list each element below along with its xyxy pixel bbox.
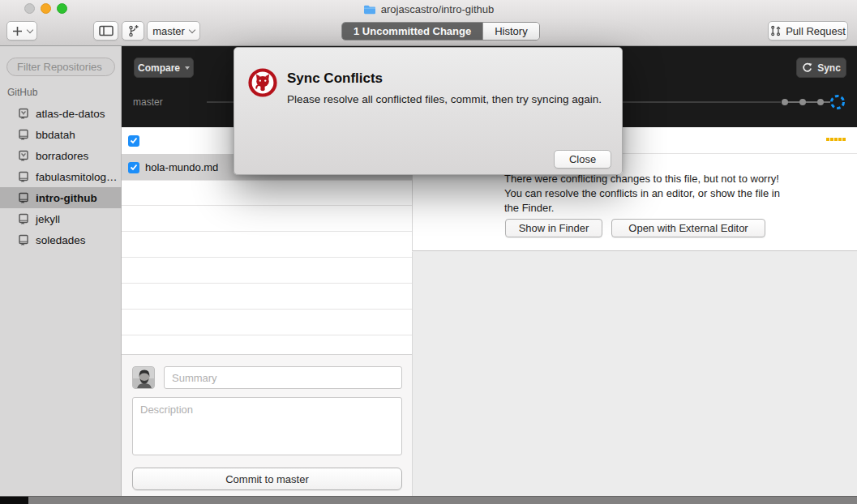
sidebar-item-fabulasmitolog[interactable]: fabulasmitolog… xyxy=(0,166,122,187)
detail-panel-empty-area xyxy=(412,252,857,496)
bottom-window-edge xyxy=(0,496,857,504)
create-branch-button[interactable] xyxy=(122,21,144,41)
diff-block xyxy=(826,138,829,141)
dialog-close-button[interactable]: Close xyxy=(554,150,611,169)
empty-list-row xyxy=(122,284,412,310)
pull-request-label: Pull Request xyxy=(786,25,846,37)
empty-list-row xyxy=(122,180,412,206)
sidebar-item-intro-github[interactable]: intro-github xyxy=(0,187,122,208)
repo-icon xyxy=(18,234,29,246)
github-desktop-window: arojascastro/intro-github mas xyxy=(0,0,857,504)
repo-name: jekyll xyxy=(36,213,60,225)
repo-icon xyxy=(18,192,29,204)
repo-name: soledades xyxy=(36,234,86,246)
empty-list-row xyxy=(122,310,412,335)
open-external-editor-button[interactable]: Open with External Editor xyxy=(611,219,765,237)
commit-dot[interactable] xyxy=(799,99,806,105)
sidebar-item-jekyll[interactable]: jekyll xyxy=(0,208,122,229)
commit-dot[interactable] xyxy=(782,99,788,105)
repo-name: borradores xyxy=(36,150,88,162)
window-title: arojascastro/intro-github xyxy=(381,3,494,15)
sidebar-item-bbdatah[interactable]: bbdatah xyxy=(0,124,122,145)
diff-block xyxy=(842,138,846,141)
commit-description-input[interactable] xyxy=(132,397,402,455)
pull-request-icon xyxy=(770,25,781,36)
show-in-finder-button[interactable]: Show in Finder xyxy=(505,219,602,237)
tab-history[interactable]: History xyxy=(482,23,538,40)
pull-request-button[interactable]: Pull Request xyxy=(768,21,848,41)
repo-name: fabulasmitolog… xyxy=(36,171,118,183)
sidebar-item-borradores[interactable]: borradores xyxy=(0,145,122,166)
bottom-edge-black-segment xyxy=(0,497,28,504)
uncommitted-branch-tip-dot[interactable] xyxy=(832,96,844,109)
sidebar-item-soledades[interactable]: soledades xyxy=(0,229,122,250)
commit-to-master-button[interactable]: Commit to master xyxy=(132,468,402,490)
commit-summary-input[interactable] xyxy=(164,366,402,389)
chevron-down-icon xyxy=(26,26,32,32)
sync-conflicts-dialog: Sync Conflicts Please resolve all confli… xyxy=(234,47,623,175)
repo-icon xyxy=(18,129,29,141)
repository-list: atlas-de-datos bbdatah borradores xyxy=(0,103,122,250)
check-icon xyxy=(130,164,138,171)
dialog-message: Please resolve all conflicted files, com… xyxy=(287,92,611,107)
commit-box: Commit to master xyxy=(122,354,412,496)
add-repository-button[interactable] xyxy=(6,21,37,41)
file-checkbox-checked[interactable] xyxy=(128,135,139,147)
sidebar-item-atlas-de-datos[interactable]: atlas-de-datos xyxy=(0,103,122,124)
github-octocat-icon xyxy=(248,68,277,97)
filter-repositories-input[interactable] xyxy=(6,58,115,76)
sidebar-section-github: GitHub xyxy=(7,87,37,98)
repo-name: atlas-de-datos xyxy=(36,108,105,120)
repo-name: bbdatah xyxy=(36,129,75,141)
check-icon xyxy=(130,137,138,144)
commit-dot[interactable] xyxy=(817,99,824,105)
empty-list-row xyxy=(122,258,412,284)
empty-list-row xyxy=(122,232,412,258)
conflict-message: There were conflicting changes to this f… xyxy=(504,172,780,216)
repo-icon xyxy=(18,171,29,183)
repo-icon xyxy=(18,213,29,225)
file-checkbox-checked[interactable] xyxy=(128,162,139,173)
repo-name: intro-github xyxy=(36,192,97,204)
titlebar: arojascastro/intro-github mas xyxy=(0,0,857,46)
sidebar-toggle-icon xyxy=(99,25,114,36)
avatar xyxy=(132,366,155,389)
tab-uncommitted-changes[interactable]: 1 Uncommitted Change xyxy=(342,23,482,40)
empty-list-row xyxy=(122,206,412,232)
diff-block xyxy=(834,138,838,141)
window-title-group: arojascastro/intro-github xyxy=(0,2,857,15)
view-segmented-control: 1 Uncommitted Change History xyxy=(341,22,540,41)
chevron-down-icon xyxy=(189,26,195,32)
diff-block xyxy=(838,138,842,141)
branch-select-value: master xyxy=(152,25,185,37)
repo-forked-icon xyxy=(18,150,29,162)
repo-forked-icon xyxy=(18,108,29,120)
branch-plus-icon xyxy=(127,24,139,37)
diff-block-row xyxy=(826,138,846,141)
plus-icon xyxy=(12,26,23,36)
toggle-sidebar-button[interactable] xyxy=(93,21,118,41)
diff-block xyxy=(830,138,833,141)
folder-icon xyxy=(363,4,376,15)
branch-select[interactable]: master xyxy=(147,21,200,41)
file-name: hola-mundo.md xyxy=(145,161,218,173)
repositories-sidebar: GitHub atlas-de-datos bbdatah xyxy=(0,46,122,496)
dialog-title: Sync Conflicts xyxy=(287,70,383,87)
